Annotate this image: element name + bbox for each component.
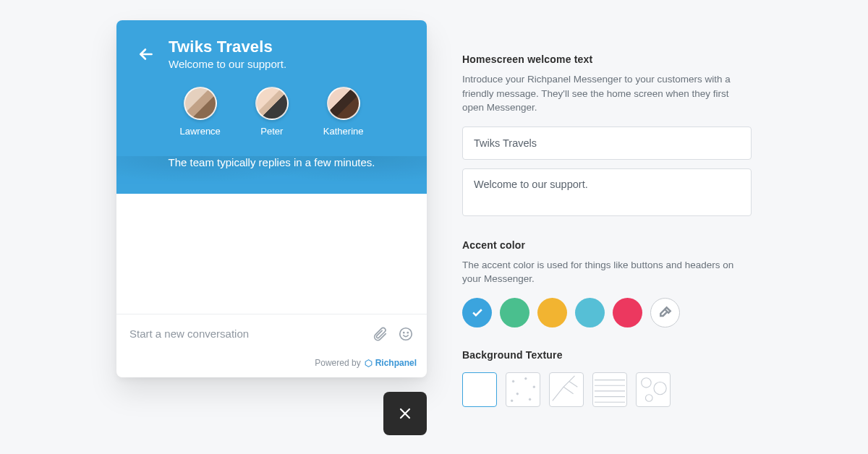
agent-name: Peter xyxy=(260,126,283,137)
agent-row: Lawrence Peter Katherine xyxy=(116,87,427,137)
compose-input[interactable]: Start a new conversation xyxy=(129,327,362,340)
accent-swatch-row xyxy=(462,298,752,327)
texture-option-bubbles[interactable] xyxy=(636,372,671,407)
accent-swatch-green[interactable] xyxy=(500,298,529,327)
svg-point-5 xyxy=(533,386,535,387)
texture-option-lines[interactable] xyxy=(592,372,627,407)
powered-by-label: Powered by xyxy=(315,358,360,368)
svg-point-10 xyxy=(654,382,666,394)
accent-swatch-red[interactable] xyxy=(613,298,642,327)
brand-name: Richpanel xyxy=(375,358,417,368)
settings-panel: Homescreen welcome text Introduce your R… xyxy=(462,53,752,407)
section-desc-welcome: Introduce your Richpanel Messenger to yo… xyxy=(462,72,752,115)
accent-swatch-teal[interactable] xyxy=(575,298,605,327)
messenger-footer: Powered by Richpanel xyxy=(116,353,427,377)
svg-point-0 xyxy=(400,327,412,340)
messenger-title: Twiks Travels xyxy=(169,38,286,56)
messenger-body xyxy=(116,194,427,314)
accent-swatch-blue[interactable] xyxy=(462,298,492,327)
svg-point-3 xyxy=(512,380,514,382)
messenger-preview: Twiks Travels Welcome to our support. La… xyxy=(116,20,427,377)
svg-point-1 xyxy=(404,332,404,333)
svg-point-6 xyxy=(516,393,518,394)
eyedropper-icon xyxy=(658,305,673,320)
section-desc-accent: The accent color is used for things like… xyxy=(462,258,752,286)
compose-bar: Start a new conversation xyxy=(116,314,427,353)
svg-point-8 xyxy=(511,400,512,401)
section-title-texture: Background Texture xyxy=(462,349,752,361)
agent-card: Katherine xyxy=(323,87,364,137)
welcome-body-textarea[interactable] xyxy=(462,168,752,216)
reply-time-line: The team typically replies in a few minu… xyxy=(116,156,427,168)
svg-point-4 xyxy=(525,377,527,379)
brand-link[interactable]: Richpanel xyxy=(364,358,417,368)
smiley-icon[interactable] xyxy=(398,326,414,342)
back-arrow-icon[interactable] xyxy=(137,45,156,64)
texture-option-branches[interactable] xyxy=(549,372,584,407)
messenger-header: Twiks Travels Welcome to our support. La… xyxy=(116,20,427,194)
section-title-welcome: Homescreen welcome text xyxy=(462,53,752,65)
svg-point-2 xyxy=(407,332,408,333)
avatar xyxy=(184,87,217,120)
texture-row xyxy=(462,372,752,407)
svg-point-9 xyxy=(642,378,651,387)
svg-point-11 xyxy=(645,395,652,402)
accent-swatch-custom[interactable] xyxy=(650,298,680,327)
section-title-accent: Accent color xyxy=(462,239,752,251)
agent-name: Lawrence xyxy=(179,126,220,137)
agent-card: Peter xyxy=(255,87,289,137)
check-icon xyxy=(470,305,485,320)
svg-point-7 xyxy=(529,398,530,400)
close-button[interactable] xyxy=(383,392,427,435)
messenger-subtitle: Welcome to our support. xyxy=(169,58,286,70)
texture-option-none[interactable] xyxy=(462,372,497,407)
avatar xyxy=(327,87,360,120)
accent-swatch-yellow[interactable] xyxy=(537,298,567,327)
avatar xyxy=(255,87,289,120)
texture-option-dots[interactable] xyxy=(506,372,540,407)
agent-name: Katherine xyxy=(323,126,364,137)
agent-card: Lawrence xyxy=(179,87,220,137)
paperclip-icon[interactable] xyxy=(372,326,388,342)
welcome-title-input[interactable] xyxy=(462,127,752,160)
messenger-title-block: Twiks Travels Welcome to our support. xyxy=(169,38,286,70)
